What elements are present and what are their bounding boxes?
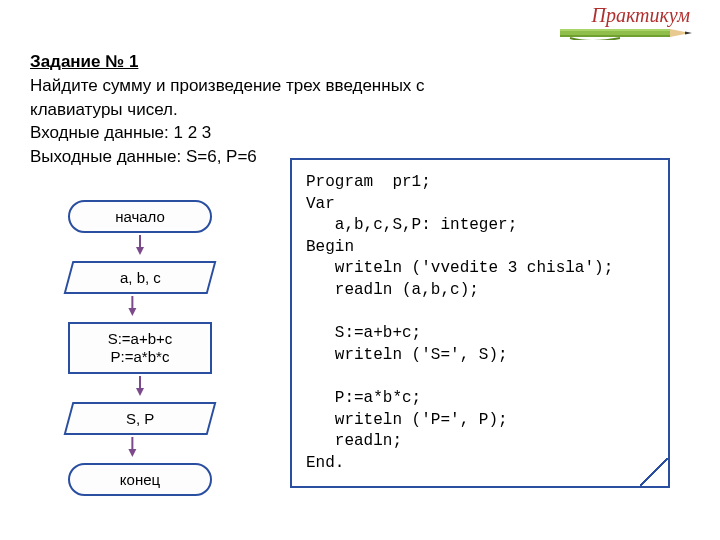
code-line: P:=a*b*c;: [306, 389, 421, 407]
svg-marker-12: [128, 449, 136, 457]
pencil-icon: [560, 26, 700, 40]
code-listing: Program pr1; Var a,b,c,S,P: integer; Beg…: [290, 158, 670, 488]
flow-input: a, b, c: [64, 261, 217, 294]
arrow-down-icon: [126, 296, 138, 316]
arrow-down-icon: [134, 376, 146, 396]
flow-process: S:=a+b+c P:=a*b*c: [68, 322, 212, 374]
flowchart: начало a, b, c S:=a+b+c P:=a*b*c S, P ко…: [40, 200, 240, 524]
task-line: Найдите сумму и произведение трех введен…: [30, 74, 425, 98]
task-description: Задание № 1 Найдите сумму и произведение…: [30, 50, 425, 169]
brand-word: Практикум: [592, 4, 690, 27]
code-line: writeln ('P=', P);: [306, 411, 508, 429]
code-line: Begin: [306, 238, 354, 256]
svg-marker-6: [136, 247, 144, 255]
task-line: клавиатуры чисел.: [30, 98, 425, 122]
code-line: writeln ('vvedite 3 chisla');: [306, 259, 613, 277]
flow-output: S, P: [64, 402, 217, 435]
code-line: S:=a+b+c;: [306, 324, 421, 342]
code-line: readln;: [306, 432, 402, 450]
svg-marker-4: [685, 32, 692, 35]
brand-logo: Практикум: [560, 6, 700, 46]
arrow-down-icon: [134, 235, 146, 255]
svg-rect-1: [560, 29, 670, 31]
flow-end: конец: [68, 463, 212, 496]
svg-rect-2: [560, 35, 670, 37]
flow-start: начало: [68, 200, 212, 233]
code-line: writeln ('S=', S);: [306, 346, 508, 364]
svg-marker-10: [136, 388, 144, 396]
code-line: Var: [306, 195, 335, 213]
code-line: a,b,c,S,P: integer;: [306, 216, 517, 234]
arrow-down-icon: [126, 437, 138, 457]
code-line: End.: [306, 454, 344, 472]
svg-marker-8: [128, 308, 136, 316]
code-line: readln (a,b,c);: [306, 281, 479, 299]
task-input: Входные данные: 1 2 3: [30, 121, 425, 145]
code-line: Program pr1;: [306, 173, 431, 191]
task-title: Задание № 1: [30, 50, 425, 74]
